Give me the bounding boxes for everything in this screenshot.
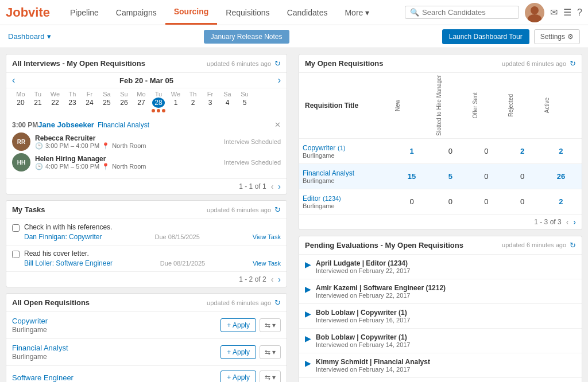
cal-day-sa-25[interactable]: Sa25 [98,91,115,114]
req-editor-count[interactable]: (1234) [323,195,341,202]
eval-row-4[interactable]: ▶ Bob Loblaw | Copywriter (1) Interviewe… [299,329,582,353]
cal-day-su-26[interactable]: Su26 [115,91,133,114]
mail-icon[interactable]: ✉ [550,7,558,18]
tasks-next-button[interactable]: › [278,275,281,284]
eval-row-1[interactable]: ▶ April Ludgate | Editor (1234) Intervie… [299,255,582,279]
share-icon-3: ⇆ [265,373,270,381]
eval-expand-icon-1[interactable]: ▶ [305,260,311,269]
release-notes-button[interactable]: January Release Notes [204,30,289,44]
req-table-copywriter-link[interactable]: Copywriter [303,144,335,152]
search-input[interactable] [422,8,514,17]
req-financial-slotted[interactable]: 5 [432,163,469,189]
launch-tour-button[interactable]: Launch Dashboard Tour [442,29,529,44]
interviews-prev-button[interactable]: ‹ [271,182,274,191]
task-2-view-link[interactable]: View Task [253,260,281,267]
cal-day-su-5[interactable]: Su5 [236,91,253,114]
cal-day-tu-21[interactable]: Tu21 [29,91,47,114]
share-copywriter-button[interactable]: ⇆ ▾ [260,318,281,332]
cal-day-we-22[interactable]: We22 [47,91,64,114]
req-title-copywriter: Copywriter (1) Burlingame [299,138,391,163]
apply-financial-button[interactable]: + Apply [220,345,256,359]
cal-day-sa-4[interactable]: Sa4 [219,91,236,114]
event-candidate-link[interactable]: Jane Jobseeker [38,120,94,129]
share-software-button[interactable]: ⇆ ▾ [260,371,281,382]
task-1-text: Check in with his references. [24,223,281,231]
task-1-link[interactable]: Dan Finnigan: Copywriter [24,233,102,241]
cal-day-fr-3[interactable]: Fr3 [202,91,219,114]
close-icon[interactable]: ✕ [274,120,281,129]
cal-prev-button[interactable]: ‹ [12,75,15,85]
avatar[interactable] [525,3,544,22]
req-copywriter-new[interactable]: 1 [391,138,432,163]
tasks-prev-button[interactable]: ‹ [271,275,274,284]
nav-campaigns[interactable]: Campaigns [107,0,165,25]
event-role[interactable]: Financial Analyst [94,121,274,129]
nav-more[interactable]: More ▾ [336,0,378,25]
cal-next-button[interactable]: › [278,75,281,85]
cal-day-we-1[interactable]: We1 [167,91,184,114]
apply-software-button[interactable]: + Apply [220,371,256,382]
req-editor-rejected: 0 [504,189,540,214]
req-financial-active[interactable]: 26 [540,163,582,189]
eval-expand-icon-4[interactable]: ▶ [305,334,311,343]
interviews-next-button[interactable]: › [278,182,281,191]
req-table-financial-link[interactable]: Financial Analyst [303,169,354,177]
cal-day-tu-28[interactable]: Tu 28 [150,91,167,114]
attendee-1-name: Rebecca Recruiter [35,134,219,142]
nav-candidates[interactable]: Candidates [278,0,336,25]
cal-day-mo-20[interactable]: Mo20 [12,91,29,114]
eval-content-5: Kimmy Schmidt | Financial Analyst Interv… [316,358,576,373]
req-copywriter-rejected[interactable]: 2 [504,138,540,163]
task-row-2: Read his cover letter. Bill Loller: Soft… [6,245,287,272]
eval-expand-icon-5[interactable]: ▶ [305,358,311,368]
req-financial-new[interactable]: 15 [391,163,432,189]
left-panel: All Interviews - My Open Requisitions up… [0,48,293,382]
refresh-icon[interactable]: ↻ [274,59,281,68]
share-financial-button[interactable]: ⇆ ▾ [260,345,281,359]
nav-pipeline[interactable]: Pipeline [61,0,107,25]
avatar-helen: HH [12,153,30,171]
req-copywriter-actions: + Apply ⇆ ▾ [220,318,281,332]
eval-row-3[interactable]: ▶ Bob Loblaw | Copywriter (1) Interviewe… [299,304,582,329]
eval-pagination: 1 - 5 of 11 ‹ › [299,378,582,382]
eval-content-2: Amir Kazemi | Software Engineer (1212) I… [316,284,576,299]
req-editor-active[interactable]: 2 [540,189,582,214]
cal-day-mo-27[interactable]: Mo27 [133,91,150,114]
req-table-prev-button[interactable]: ‹ [566,217,569,227]
nav-sourcing[interactable]: Sourcing [165,0,218,25]
apply-copywriter-button[interactable]: + Apply [220,318,256,332]
task-1-checkbox[interactable] [12,224,20,232]
eval-name-5: Kimmy Schmidt | Financial Analyst [316,358,576,366]
settings-button[interactable]: Settings ⚙ [534,29,580,44]
cal-day-fr-24[interactable]: Fr24 [81,91,98,114]
task-2-link[interactable]: Bill Loller: Software Engineer [24,259,113,267]
eval-expand-icon-3[interactable]: ▶ [305,309,311,318]
req-copywriter-count[interactable]: (1) [338,145,345,151]
tasks-title: My Tasks [12,205,45,214]
task-2-checkbox[interactable] [12,251,20,258]
eval-row-5[interactable]: ▶ Kimmy Schmidt | Financial Analyst Inte… [299,353,582,378]
req-software-link[interactable]: Software Engineer [12,373,220,382]
nav-requisitions[interactable]: Requisitions [217,0,278,25]
open-req-left-refresh-icon[interactable]: ↻ [274,298,281,307]
req-info-financial: Financial Analyst Burlingame [12,344,220,361]
help-icon[interactable]: ? [577,7,582,18]
pending-eval-refresh-icon[interactable]: ↻ [570,241,576,250]
req-table-next-button[interactable]: › [573,217,576,227]
search-bar[interactable]: 🔍 [405,6,519,19]
eval-row-2[interactable]: ▶ Amir Kazemi | Software Engineer (1212)… [299,279,582,304]
list-icon[interactable]: ☰ [563,7,571,18]
cal-day-th-23[interactable]: Th23 [64,91,81,114]
req-copywriter-link[interactable]: Copywriter [12,317,220,325]
open-req-right-refresh-icon[interactable]: ↻ [570,59,576,68]
eval-name-4: Bob Loblaw | Copywriter (1) [316,333,576,341]
task-1-view-link[interactable]: View Task [253,233,281,240]
req-table-editor-link[interactable]: Editor [303,194,320,202]
req-financial-link[interactable]: Financial Analyst [12,344,220,352]
req-copywriter-active[interactable]: 2 [540,138,582,163]
breadcrumb[interactable]: Dashboard ▾ [8,32,51,41]
eval-expand-icon-2[interactable]: ▶ [305,284,311,294]
tasks-refresh-icon[interactable]: ↻ [274,205,281,214]
cal-day-th-2[interactable]: Th2 [184,91,202,114]
req-editor-loc: Burlingame [303,202,388,209]
